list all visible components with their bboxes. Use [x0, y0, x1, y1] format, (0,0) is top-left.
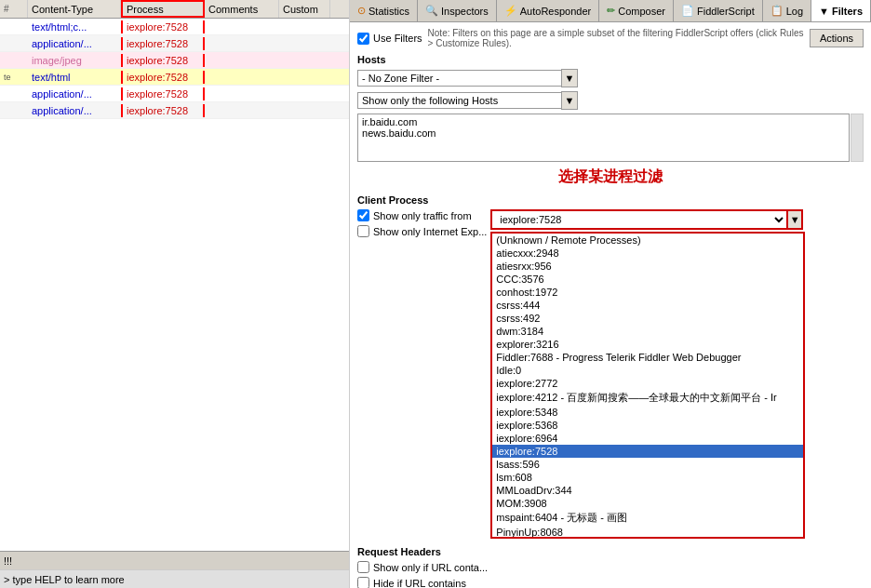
table-row[interactable]: text/html;c... iexplore:7528: [0, 19, 349, 35]
show-internet-checkbox[interactable]: [357, 225, 369, 237]
process-list-item[interactable]: conhost:1972: [492, 286, 803, 299]
process-list-item[interactable]: iexplore:2772: [492, 377, 803, 390]
cell-process: iexplore:7528: [121, 71, 205, 84]
hide-url-checkbox[interactable]: [357, 577, 369, 588]
tab-autoresponder-label: AutoResponder: [520, 6, 591, 17]
use-filters-checkbox-container: Use Filters: [357, 33, 422, 45]
actions-button[interactable]: Actions: [810, 29, 864, 47]
filters-icon: ▼: [819, 6, 829, 17]
cell-custom: [279, 93, 330, 95]
inspectors-icon: 🔍: [425, 5, 438, 17]
client-process-label: Client Process: [357, 194, 864, 206]
cell-comments: [205, 93, 279, 95]
process-list[interactable]: (Unknown / Remote Processes) atiecxxx:29…: [490, 232, 805, 539]
statistics-icon: ⊙: [357, 5, 366, 17]
process-list-item[interactable]: csrss:492: [492, 312, 803, 325]
tab-composer-label: Composer: [618, 6, 665, 17]
show-traffic-label: Show only traffic from: [373, 210, 472, 221]
process-list-item[interactable]: PinyinUp:8068: [492, 526, 803, 539]
cell-comments: [205, 26, 279, 28]
tab-composer[interactable]: ✏ Composer: [599, 0, 674, 21]
process-list-item[interactable]: CCC:3576: [492, 273, 803, 286]
process-list-item[interactable]: mspaint:6404 - 无标题 - 画图: [492, 510, 803, 526]
cell-custom: [279, 26, 330, 28]
chinese-filter-text: 选择某进程过滤: [357, 167, 864, 187]
cell-content-type: application/...: [28, 37, 121, 50]
zone-filter-arrow[interactable]: ▼: [561, 69, 578, 87]
process-list-item[interactable]: iexplore:5348: [492, 406, 803, 419]
hosts-filter-dropdown[interactable]: Show only the following Hosts: [357, 92, 562, 109]
cell-content-type: application/...: [28, 104, 121, 117]
use-filters-checkbox[interactable]: [357, 33, 369, 45]
process-list-item[interactable]: Idle:0: [492, 364, 803, 377]
process-list-item[interactable]: csrss:444: [492, 299, 803, 312]
show-internet-row: Show only Internet Exp...: [357, 225, 487, 237]
process-list-item[interactable]: iexplore:5368: [492, 419, 803, 432]
bottom-bar: !!!: [0, 551, 349, 569]
table-row[interactable]: application/... iexplore:7528: [0, 35, 349, 52]
process-list-item[interactable]: Fiddler:7688 - Progress Telerik Fiddler …: [492, 351, 803, 364]
table-header: # Content-Type Process Comments Custom: [0, 0, 349, 19]
table-row[interactable]: application/... iexplore:7528: [0, 86, 349, 102]
tab-inspectors[interactable]: 🔍 Inspectors: [418, 0, 497, 21]
tab-filters[interactable]: ▼ Filters: [811, 0, 871, 21]
tab-inspectors-label: Inspectors: [441, 6, 489, 17]
process-list-item[interactable]: (Unknown / Remote Processes): [492, 234, 803, 247]
cell-hash: [0, 43, 28, 45]
process-list-item[interactable]: iexplore:4212 - 百度新闻搜索——全球最大的中文新闻平台 - Ir: [492, 390, 803, 406]
tab-fiddlerscript-label: FiddlerScript: [697, 6, 755, 17]
hosts-filter-arrow[interactable]: ▼: [561, 91, 578, 110]
request-headers-label: Request Headers: [357, 546, 864, 557]
composer-icon: ✏: [607, 5, 615, 17]
process-list-item[interactable]: iexplore:7528: [492, 445, 803, 458]
fiddlerscript-icon: 📄: [681, 5, 694, 17]
show-traffic-checkbox[interactable]: [357, 209, 369, 221]
use-filters-label: Use Filters: [373, 33, 422, 44]
hosts-scrollbar[interactable]: [851, 114, 864, 162]
use-filters-row: Use Filters Note: Filters on this page a…: [357, 28, 864, 48]
hosts-textarea[interactable]: ir.baidu.com news.baidu.com: [357, 114, 850, 162]
tab-statistics[interactable]: ⊙ Statistics: [350, 0, 418, 21]
cell-custom: [279, 76, 330, 78]
table-row[interactable]: te text/html iexplore:7528: [0, 69, 349, 86]
log-icon: 📋: [770, 5, 784, 17]
process-list-item[interactable]: MOM:3908: [492, 497, 803, 510]
show-traffic-row: Show only traffic from: [357, 209, 487, 221]
tab-log[interactable]: 📋 Log: [763, 0, 811, 21]
table-row[interactable]: application/... iexplore:7528: [0, 102, 349, 119]
process-list-item[interactable]: dwm:3184: [492, 325, 803, 338]
cell-process: iexplore:7528: [121, 20, 205, 33]
process-list-item[interactable]: lsm:608: [492, 471, 803, 484]
col-custom-header: Custom: [279, 0, 330, 18]
cell-process: iexplore:7528: [121, 87, 205, 100]
process-dropdown-arrow[interactable]: ▼: [786, 209, 803, 230]
right-tab-bar: ⊙ Statistics 🔍 Inspectors ⚡ AutoResponde…: [350, 0, 871, 22]
process-list-item[interactable]: iexplore:6964: [492, 432, 803, 445]
process-list-item[interactable]: lsass:596: [492, 458, 803, 471]
process-list-item[interactable]: atiesrxx:956: [492, 260, 803, 273]
cell-hash: [0, 26, 28, 28]
process-list-item[interactable]: atiecxxx:2948: [492, 247, 803, 260]
url-contains-checkbox[interactable]: [357, 561, 369, 573]
cell-content-type: text/html: [28, 71, 121, 84]
url-contains-label: Show only if URL conta...: [373, 562, 488, 573]
tab-autoresponder[interactable]: ⚡ AutoResponder: [497, 0, 599, 21]
cell-custom: [279, 110, 330, 112]
process-list-item[interactable]: MMLoadDrv:344: [492, 484, 803, 497]
process-list-item[interactable]: explorer:3216: [492, 338, 803, 351]
status-text: > type HELP to learn more: [4, 574, 125, 585]
tab-fiddlerscript[interactable]: 📄 FiddlerScript: [674, 0, 763, 21]
zone-filter-dropdown[interactable]: - No Zone Filter -: [357, 70, 562, 87]
left-panel: # Content-Type Process Comments Custom t…: [0, 0, 350, 588]
process-dropdown-row: iexplore:7528 ▼: [490, 209, 864, 230]
process-select[interactable]: iexplore:7528: [490, 209, 788, 230]
cell-comments: [205, 110, 279, 112]
client-process-checkboxes: Show only traffic from Show only Interne…: [357, 209, 487, 241]
show-internet-label: Show only Internet Exp...: [373, 226, 487, 237]
cell-process: iexplore:7528: [121, 37, 205, 50]
cell-hash: [0, 110, 28, 112]
table-row[interactable]: image/jpeg iexplore:7528: [0, 52, 349, 69]
filters-content: Use Filters Note: Filters on this page a…: [350, 22, 871, 588]
zone-filter-row: - No Zone Filter - ▼: [357, 69, 864, 87]
client-process-content: Show only traffic from Show only Interne…: [357, 209, 864, 539]
